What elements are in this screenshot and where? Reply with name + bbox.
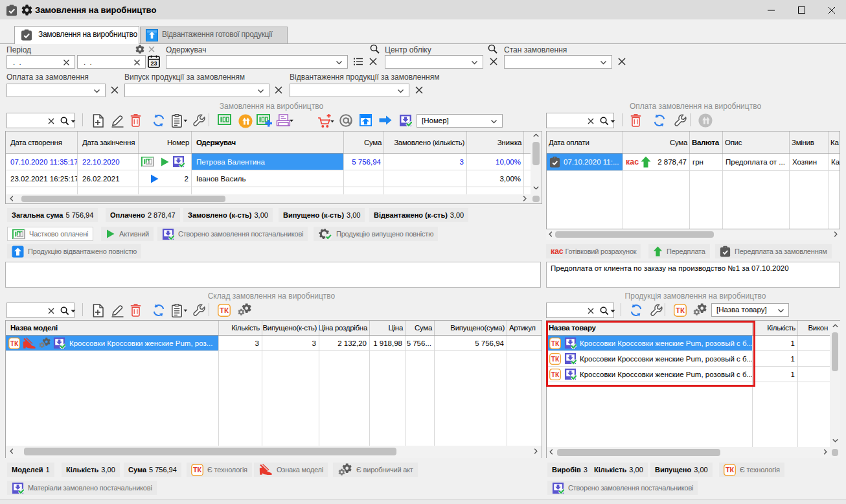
svg-text:ТК: ТК <box>676 306 685 314</box>
svg-text:ТК: ТК <box>193 466 201 474</box>
svg-text:23: 23 <box>150 60 157 67</box>
svg-text:ТК: ТК <box>220 306 229 314</box>
svg-text:ТК: ТК <box>10 339 19 347</box>
svg-text:ТК: ТК <box>726 466 734 474</box>
